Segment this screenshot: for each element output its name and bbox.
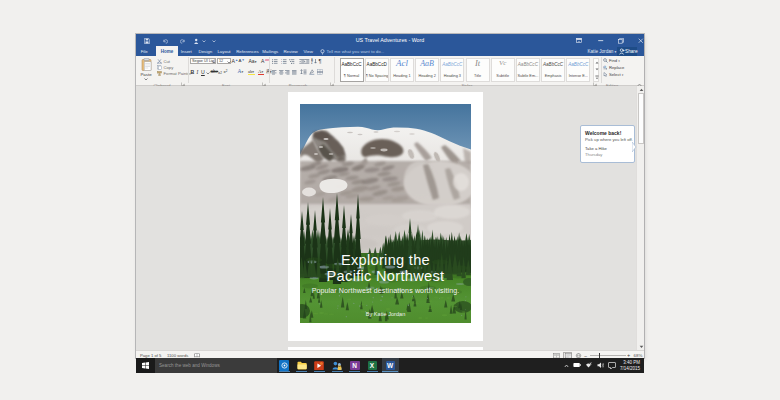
svg-text:Popular Northwest destinations: Popular Northwest destinations worth vis…	[312, 286, 460, 294]
svg-text:Exploring the: Exploring the	[341, 251, 430, 267]
svg-text:ab: ab	[603, 65, 606, 69]
svg-text:Pacific Northwest: Pacific Northwest	[327, 268, 445, 284]
svg-text:3: 3	[281, 62, 282, 64]
svg-text:By Katie Jordan: By Katie Jordan	[366, 310, 406, 316]
svg-text:Z: Z	[311, 61, 313, 64]
